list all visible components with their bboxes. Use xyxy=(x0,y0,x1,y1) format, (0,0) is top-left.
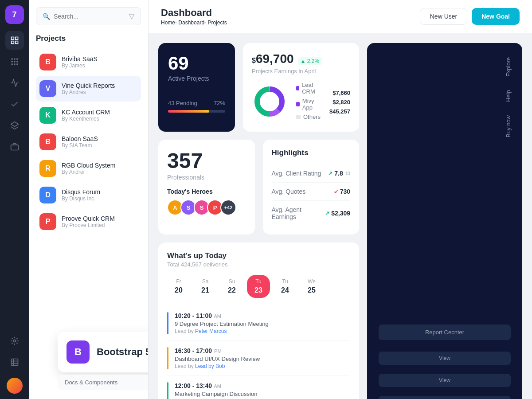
event-details: 16:30 - 17:00 PM Dashboard UI/UX Design … xyxy=(175,347,260,369)
project-logo: K xyxy=(39,107,56,124)
calendar-day[interactable]: Tu23 xyxy=(247,275,270,298)
nav-icon-table[interactable] xyxy=(5,353,24,372)
project-info: Briviba SaaS By James xyxy=(62,55,98,69)
user-number-badge[interactable]: 7 xyxy=(5,5,24,24)
earnings-amount-row: $ 69,700 ▲ 2.2% xyxy=(252,52,350,66)
whats-up-card: What's up Today Total 424,567 deliveries… xyxy=(158,243,359,399)
project-item[interactable]: B Baloon SaaS By SIA Team xyxy=(36,129,141,155)
highlight-key: Avg. Agent Earnings xyxy=(272,206,325,220)
calendar-event: 10:20 - 11:00 AM 9 Degree Project Estima… xyxy=(167,306,350,341)
whats-up-sub: Total 424,567 deliveries xyxy=(167,261,350,268)
active-projects-count: 69 xyxy=(168,53,225,74)
event-bar xyxy=(167,312,168,334)
view-button-1[interactable]: View xyxy=(379,352,511,365)
project-info: RGB Cloud System By Andrei xyxy=(62,162,115,175)
nav-icon-dashboard[interactable] xyxy=(5,31,24,50)
progress-bar xyxy=(168,110,225,113)
svg-rect-10 xyxy=(11,63,12,65)
buy-now-tab[interactable]: Buy now xyxy=(374,110,515,143)
event-title: 9 Degree Project Estimation Meeting xyxy=(175,321,269,327)
highlights-list: Avg. Client Rating ↗ 7.8 10 Avg. Quotes … xyxy=(272,164,351,226)
event-time: 10:20 - 11:00 AM xyxy=(175,312,269,319)
header: Dashboard Home- Dashboard- Projects New … xyxy=(149,0,532,33)
professionals-count: 357 xyxy=(167,149,246,173)
nav-icon-chart[interactable] xyxy=(5,74,24,92)
event-details: 12:00 - 13:40 AM Marketing Campaign Disc… xyxy=(175,382,257,399)
project-logo: R xyxy=(39,160,56,177)
search-icon: 🔍 xyxy=(43,13,50,20)
new-goal-button[interactable]: New Goal xyxy=(472,8,520,25)
nav-icon-settings[interactable] xyxy=(5,332,24,350)
professionals-label: Professionals xyxy=(167,174,246,181)
header-actions: New User New Goal xyxy=(420,8,520,25)
highlight-val: ↗ $2,309 xyxy=(325,210,350,217)
project-item[interactable]: V Vine Quick Reports By Andres xyxy=(36,76,141,102)
nav-icon-grid[interactable] xyxy=(5,52,24,71)
highlights-title: Highlights xyxy=(272,149,351,157)
earnings-amount: 69,700 xyxy=(256,52,294,66)
breadcrumb: Home- Dashboard- Projects xyxy=(161,20,227,26)
project-item[interactable]: R RGB Cloud System By Andrei xyxy=(36,156,141,181)
donut-row: Leaf CRM Mivy App Others $7,660 $2,820 xyxy=(252,82,350,123)
highlights-card: Highlights Avg. Client Rating ↗ 7.8 10 A… xyxy=(263,140,360,235)
project-item[interactable]: P Proove Quick CRM By Proove Limited xyxy=(36,209,141,235)
pending-row: 43 Pending 72% xyxy=(168,100,225,106)
bootstrap-logo: B xyxy=(66,340,90,364)
highlight-row: Avg. Quotes ↙ 730 xyxy=(272,183,351,201)
hero-avatar: +42 xyxy=(220,200,236,215)
calendar-day[interactable]: Sa21 xyxy=(194,275,217,298)
trend-icon: ↙ xyxy=(334,188,338,195)
help-tab[interactable]: Help xyxy=(374,85,515,107)
view-button-2[interactable]: View xyxy=(379,374,511,387)
calendar-day[interactable]: We25 xyxy=(300,275,323,298)
project-item[interactable]: B Briviba SaaS By James xyxy=(36,49,141,75)
project-info: Disqus Forum By Disqus Inc. xyxy=(62,188,100,202)
nav-icon-layers[interactable] xyxy=(5,116,24,135)
event-details: 10:20 - 11:00 AM 9 Degree Project Estima… xyxy=(175,312,269,334)
project-item[interactable]: K KC Account CRM By Keenthemes xyxy=(36,102,141,128)
view-button-3[interactable]: View xyxy=(379,396,511,399)
event-title: Dashboard UI/UX Design Review xyxy=(175,356,260,362)
svg-marker-13 xyxy=(11,122,18,127)
highlight-val: ↗ 7.8 10 xyxy=(328,170,350,177)
new-user-button[interactable]: New User xyxy=(420,8,467,25)
user-avatar[interactable] xyxy=(7,378,23,394)
project-info: Vine Quick Reports By Andres xyxy=(62,82,115,95)
trend-icon: ↗ xyxy=(328,170,332,176)
event-title: Marketing Campaign Discussion xyxy=(175,391,257,397)
calendar-day[interactable]: Su22 xyxy=(220,275,243,298)
highlight-row: Avg. Client Rating ↗ 7.8 10 xyxy=(272,164,351,183)
bootstrap-card[interactable]: B Bootstrap 5 xyxy=(58,332,149,372)
report-center-button[interactable]: Report Cecnter xyxy=(379,325,511,340)
svg-rect-1 xyxy=(15,37,18,40)
svg-rect-0 xyxy=(11,37,14,40)
stats-row: 357 Professionals Today's Heroes ASSP+42… xyxy=(158,140,359,235)
svg-point-15 xyxy=(13,340,16,342)
legend-item-others: Others xyxy=(296,113,321,120)
nav-icon-briefcase[interactable] xyxy=(5,137,24,156)
svg-rect-4 xyxy=(11,59,12,60)
project-item[interactable]: D Disqus Forum By Disqus Inc. xyxy=(36,182,141,208)
events-list: 10:20 - 11:00 AM 9 Degree Project Estima… xyxy=(167,306,350,399)
calendar-event: 12:00 - 13:40 AM Marketing Campaign Disc… xyxy=(167,376,350,399)
svg-rect-3 xyxy=(15,41,18,44)
project-info: Proove Quick CRM By Proove Limited xyxy=(62,215,115,228)
donut-chart xyxy=(252,84,287,121)
earnings-badge: ▲ 2.2% xyxy=(297,57,323,65)
explore-tab[interactable]: Explore xyxy=(374,52,515,82)
sidebar: 🔍 ▽ Projects B Briviba SaaS By James V V… xyxy=(29,0,149,399)
calendar-day[interactable]: Fr20 xyxy=(167,275,190,298)
right-panel: Explore Help Buy now Report Cecnter View… xyxy=(367,43,522,399)
svg-rect-11 xyxy=(14,63,15,65)
filter-icon[interactable]: ▽ xyxy=(129,12,134,20)
docs-link[interactable]: Docs & Components › xyxy=(58,375,149,390)
event-time: 16:30 - 17:00 PM xyxy=(175,347,260,354)
main-content: Dashboard Home- Dashboard- Projects New … xyxy=(149,0,532,399)
project-logo: D xyxy=(39,187,56,203)
search-input[interactable] xyxy=(54,13,125,20)
whats-up-title: What's up Today xyxy=(167,251,350,260)
calendar-day[interactable]: Tu24 xyxy=(274,275,297,298)
project-logo: P xyxy=(39,213,56,230)
earnings-card: $ 69,700 ▲ 2.2% Projects Earnings in Apr… xyxy=(243,43,359,132)
nav-icon-check[interactable] xyxy=(5,95,24,113)
